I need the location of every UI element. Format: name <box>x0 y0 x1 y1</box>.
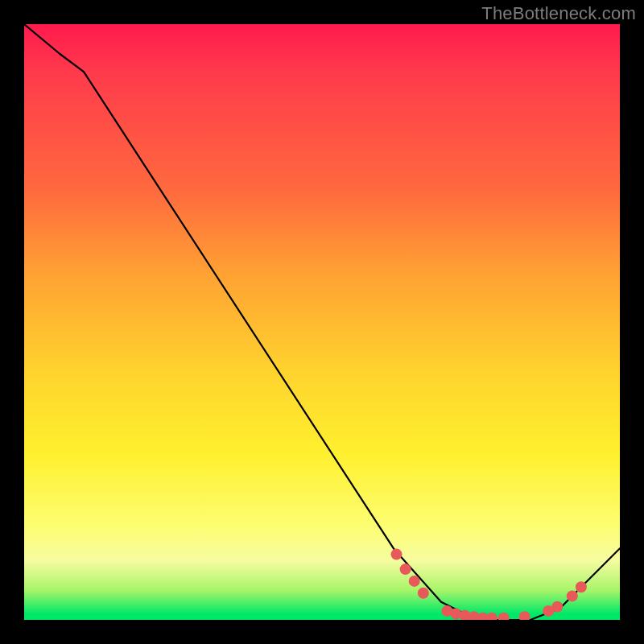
marker-dot <box>409 576 420 587</box>
plot-area <box>24 24 620 620</box>
marker-dot <box>486 613 497 620</box>
marker-dot <box>519 611 530 620</box>
marker-dot <box>551 601 563 613</box>
marker-dot <box>576 581 587 592</box>
watermark-text: TheBottleneck.com <box>481 3 636 24</box>
chart-frame: TheBottleneck.com <box>0 0 644 644</box>
marker-dots <box>391 549 587 620</box>
curve-line <box>24 24 620 620</box>
marker-dot <box>418 588 429 599</box>
marker-dot <box>567 590 578 601</box>
marker-dot <box>391 549 402 560</box>
marker-dot <box>498 613 510 620</box>
chart-svg <box>24 24 620 620</box>
marker-dot <box>400 564 411 575</box>
